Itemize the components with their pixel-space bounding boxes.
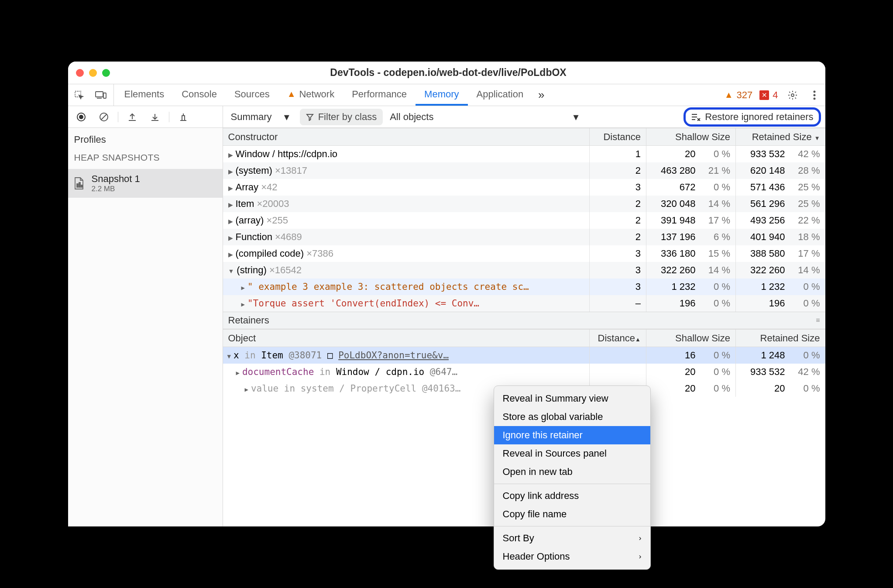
tab-label: Sources [234, 89, 270, 100]
retainers-header[interactable]: Retainers ≡ [223, 312, 825, 329]
save-icon[interactable] [144, 112, 165, 122]
table-row[interactable]: ▶(array) ×2552391 94817 %493 25622 % [223, 212, 825, 229]
count-value: 327 [737, 89, 753, 101]
col-shallow[interactable]: Shallow Size [646, 330, 735, 347]
warning-count[interactable]: ▲327 [721, 84, 756, 106]
more-tabs-icon[interactable]: » [532, 84, 550, 106]
view-dropdown[interactable]: Summary ▼ [227, 111, 293, 123]
svg-point-7 [813, 97, 815, 100]
svg-point-6 [813, 94, 815, 96]
tab-elements[interactable]: Elements [116, 84, 173, 106]
error-icon: ✕ [759, 90, 769, 100]
context-menu: Reveal in Summary viewStore as global va… [494, 385, 651, 570]
tab-application[interactable]: Application [468, 84, 532, 106]
table-row[interactable]: ▶Array ×4236720 %571 43625 % [223, 179, 825, 196]
count-value: 4 [773, 89, 778, 101]
heap-snapshots-label: HEAP SNAPSHOTS [68, 146, 223, 169]
table-row[interactable]: ▶Function ×46892137 1966 %401 94018 % [223, 229, 825, 245]
table-row[interactable]: ▼x in Item @38071 □ PoLdbOX?anon=true&v…… [223, 347, 825, 364]
close-icon[interactable] [76, 69, 84, 77]
tab-label: Memory [424, 89, 459, 100]
table-row[interactable]: ▶(compiled code) ×73863336 18015 %388 58… [223, 245, 825, 262]
context-menu-item[interactable]: Header Options› [494, 547, 650, 566]
clear-icon[interactable] [93, 112, 114, 122]
memory-toolbar: Summary ▼ Filter by class All objects ▼ … [68, 106, 825, 128]
tab-label: Application [477, 89, 524, 100]
devtools-window: DevTools - codepen.io/web-dot-dev/live/P… [68, 62, 825, 526]
svg-rect-18 [79, 182, 80, 187]
button-label: Restore ignored retainers [705, 111, 813, 123]
col-shallow[interactable]: Shallow Size [646, 128, 735, 146]
retainers-label: Retainers [228, 315, 269, 326]
kebab-menu-icon[interactable] [804, 84, 825, 106]
tab-console[interactable]: Console [173, 84, 226, 106]
table-row[interactable]: ▼(string) ×165423322 26014 %322 26014 % [223, 262, 825, 279]
minimize-icon[interactable] [89, 69, 97, 77]
svg-rect-1 [96, 92, 103, 97]
table-header-row: Object Distance▲ Shallow Size Retained S… [223, 330, 825, 347]
tab-sources[interactable]: Sources [226, 84, 278, 106]
dropdown-label: All objects [390, 111, 433, 123]
chevron-down-icon: ▼ [573, 112, 578, 122]
list-x-icon [691, 113, 701, 121]
table-row[interactable]: ▶Window / https://cdpn.io 1200 %933 5324… [223, 146, 825, 163]
context-menu-item[interactable]: Open in new tab [494, 463, 650, 481]
tab-label: Network [299, 89, 334, 100]
table-row[interactable]: ▶"Torque assert 'Convert(endIndex) <= Co… [223, 295, 825, 312]
tab-memory[interactable]: Memory [416, 84, 467, 106]
table-header-row: Constructor Distance Shallow Size Retain… [223, 128, 825, 146]
col-retained[interactable]: Retained Size [735, 330, 825, 347]
table-row[interactable]: ▶(system) ×138172463 28021 %620 14828 % [223, 162, 825, 179]
context-menu-item[interactable]: Copy file name [494, 505, 650, 523]
device-icon[interactable] [90, 84, 112, 106]
panel-tab-bar: Elements Console Sources ▲Network Perfor… [68, 84, 825, 106]
record-icon[interactable] [71, 112, 92, 122]
tab-performance[interactable]: Performance [343, 84, 416, 106]
svg-point-9 [79, 115, 83, 119]
error-count[interactable]: ✕4 [756, 84, 781, 106]
svg-point-4 [791, 94, 794, 96]
table-row[interactable]: ▶Item ×200032320 04814 %561 29625 % [223, 196, 825, 212]
col-retained[interactable]: Retained Size [735, 128, 825, 146]
tab-label: Elements [124, 89, 165, 100]
context-menu-item[interactable]: Sort By› [494, 529, 650, 547]
col-distance[interactable]: Distance [589, 128, 646, 146]
context-menu-item[interactable]: Reveal in Summary view [494, 389, 650, 408]
gc-icon[interactable] [173, 112, 194, 122]
svg-rect-3 [103, 93, 106, 98]
svg-rect-17 [77, 184, 78, 187]
table-row[interactable]: ▶documentCache in Window / cdpn.io @647…… [223, 364, 825, 380]
context-menu-item[interactable]: Copy link address [494, 487, 650, 505]
zoom-icon[interactable] [102, 69, 110, 77]
snapshot-icon [73, 177, 86, 190]
restore-ignored-retainers-button[interactable]: Restore ignored retainers [683, 107, 821, 127]
drag-handle-icon[interactable]: ≡ [816, 316, 820, 324]
col-distance[interactable]: Distance▲ [589, 330, 646, 347]
filter-by-class[interactable]: Filter by class [300, 109, 383, 125]
context-menu-item[interactable]: Reveal in Sources panel [494, 444, 650, 463]
window-title: DevTools - codepen.io/web-dot-dev/live/P… [110, 67, 787, 79]
tab-network[interactable]: ▲Network [278, 84, 343, 106]
profiles-heading: Profiles [68, 128, 223, 146]
context-menu-item[interactable]: Ignore this retainer [494, 426, 650, 444]
context-menu-item[interactable]: Store as global variable [494, 408, 650, 426]
table-row[interactable]: ▶" example 3 example 3: scattered object… [223, 279, 825, 295]
load-icon[interactable] [122, 112, 143, 122]
tab-label: Performance [352, 89, 407, 100]
settings-gear-icon[interactable] [782, 84, 804, 106]
constructors-table: Constructor Distance Shallow Size Retain… [223, 128, 825, 312]
warning-icon: ▲ [725, 90, 733, 100]
perspective-dropdown[interactable]: All objects ▼ [390, 111, 578, 123]
filter-placeholder: Filter by class [318, 111, 377, 123]
col-constructor[interactable]: Constructor [223, 128, 590, 146]
svg-rect-19 [81, 185, 82, 187]
chevron-down-icon: ▼ [284, 112, 289, 122]
window-controls [76, 69, 110, 77]
snapshot-item[interactable]: Snapshot 1 2.2 MB [68, 169, 223, 198]
col-object[interactable]: Object [223, 330, 590, 347]
inspect-icon[interactable] [68, 84, 90, 106]
snapshot-size: 2.2 MB [92, 185, 140, 193]
filter-icon [306, 113, 314, 121]
svg-line-11 [101, 114, 106, 120]
tab-label: Console [182, 89, 217, 100]
